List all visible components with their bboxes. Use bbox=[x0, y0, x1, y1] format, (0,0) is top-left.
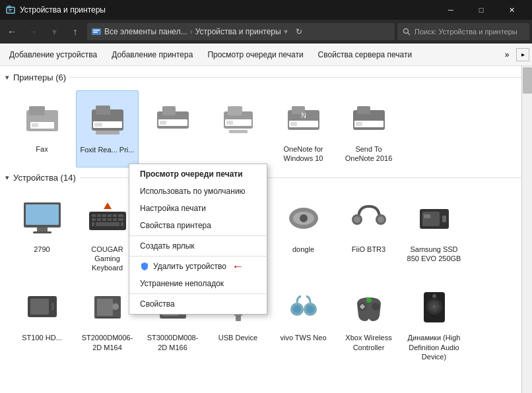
scrollbar-thumb[interactable] bbox=[523, 67, 532, 94]
main-content: ▾ Принтеры (6) Fax bbox=[0, 66, 532, 393]
device-sendonenote[interactable]: Send To OneNote 2016 bbox=[337, 90, 400, 167]
svg-rect-16 bbox=[94, 123, 102, 127]
ctx-create-shortcut[interactable]: Создать ярлык bbox=[129, 237, 267, 255]
svg-point-98 bbox=[293, 305, 301, 313]
breadcrumb: Все элементы панел... › Устройства и при… bbox=[104, 27, 288, 36]
devices-collapse-arrow[interactable]: ▾ bbox=[5, 173, 9, 182]
device-onenote[interactable]: N OneNote for Windows 10 bbox=[272, 90, 335, 167]
title-bar: Устройства и принтеры ─ □ ✕ bbox=[0, 0, 532, 20]
ctx-troubleshoot[interactable]: Устранение неполадок bbox=[129, 275, 267, 292]
ctx-set-default[interactable]: Использовать по умолчанию bbox=[129, 183, 267, 200]
device-vivo[interactable]: vivo TWS Neo bbox=[272, 279, 335, 365]
svg-rect-42 bbox=[97, 214, 101, 217]
svg-rect-81 bbox=[97, 299, 113, 316]
svg-rect-21 bbox=[160, 121, 166, 125]
device-xbox[interactable]: Xbox Wireless Controller bbox=[337, 279, 400, 365]
vivo-icon bbox=[280, 283, 327, 330]
xbox-icon bbox=[345, 283, 393, 330]
svg-rect-75 bbox=[442, 216, 446, 222]
window-icon bbox=[5, 5, 16, 15]
address-field[interactable]: Все элементы панел... › Устройства и при… bbox=[87, 23, 395, 40]
back-button[interactable]: ← bbox=[3, 22, 21, 41]
ctx-view-queue[interactable]: Просмотр очереди печати bbox=[129, 166, 267, 183]
view-queue-button[interactable]: Просмотр очереди печати bbox=[201, 45, 310, 64]
shield-icon bbox=[140, 262, 149, 271]
samsungssd-label: Samsung SSD 850 EVO 250GB bbox=[405, 245, 463, 264]
add-printer-button[interactable]: Добавление принтера bbox=[105, 45, 199, 64]
maximize-button[interactable]: □ bbox=[466, 0, 496, 20]
monitor-icon bbox=[18, 195, 66, 242]
svg-rect-46 bbox=[118, 214, 123, 217]
device-fax[interactable]: Fax bbox=[11, 90, 73, 167]
sendonenote-label: Send To OneNote 2016 bbox=[340, 144, 397, 164]
svg-rect-35 bbox=[356, 122, 362, 126]
svg-rect-49 bbox=[102, 218, 106, 221]
svg-point-106 bbox=[361, 307, 364, 309]
printers-grid: Fax Foxit Rea... Pri... bbox=[5, 88, 527, 170]
forward-button[interactable]: → bbox=[24, 22, 42, 41]
device-dongle[interactable]: dongle bbox=[272, 191, 335, 277]
svg-rect-87 bbox=[161, 317, 185, 318]
device-foxit[interactable]: Foxit Rea... Pri... bbox=[76, 90, 139, 167]
st100-icon bbox=[18, 283, 66, 330]
svg-rect-44 bbox=[108, 214, 112, 217]
printers-section-header: ▾ Принтеры (6) bbox=[5, 73, 527, 82]
scrollbar[interactable] bbox=[521, 66, 532, 393]
refresh-button[interactable]: ↻ bbox=[290, 23, 308, 40]
svg-rect-6 bbox=[93, 32, 98, 33]
svg-rect-12 bbox=[32, 123, 38, 127]
device-speaker[interactable]: Динамики (High Definition Audio Device) bbox=[403, 279, 465, 365]
minimize-button[interactable]: ─ bbox=[436, 0, 466, 20]
st100-label: ST100 HD... bbox=[22, 333, 62, 342]
printers-collapse-arrow[interactable]: ▾ bbox=[5, 73, 9, 82]
svg-rect-51 bbox=[113, 218, 117, 221]
svg-rect-83 bbox=[96, 317, 119, 318]
svg-rect-48 bbox=[97, 218, 101, 221]
svg-rect-43 bbox=[102, 214, 106, 217]
device-fiio[interactable]: FiiO BTR3 bbox=[337, 191, 400, 277]
close-button[interactable]: ✕ bbox=[496, 0, 527, 20]
speaker-label: Динамики (High Definition Audio Device) bbox=[405, 333, 463, 361]
foxit-icon bbox=[84, 95, 131, 142]
xbox-label: Xbox Wireless Controller bbox=[340, 333, 397, 352]
toolbar-extra-button[interactable]: ▸ bbox=[516, 48, 529, 61]
toolbar: Добавление устройства Добавление принтер… bbox=[0, 44, 532, 66]
svg-rect-78 bbox=[30, 299, 49, 315]
svg-rect-25 bbox=[226, 121, 233, 125]
server-props-button[interactable]: Свойства сервера печати bbox=[312, 45, 419, 64]
svg-text:N: N bbox=[301, 112, 306, 119]
more-button[interactable]: » bbox=[499, 45, 515, 64]
ctx-print-settings[interactable]: Настройка печати bbox=[129, 200, 267, 217]
svg-marker-56 bbox=[104, 202, 112, 209]
svg-point-71 bbox=[354, 216, 360, 223]
svg-rect-10 bbox=[29, 106, 45, 115]
svg-rect-38 bbox=[37, 227, 48, 231]
up-button[interactable]: ↑ bbox=[66, 22, 84, 41]
device-monitor[interactable]: 2790 bbox=[11, 191, 73, 277]
dongle-icon bbox=[280, 195, 327, 242]
svg-point-99 bbox=[306, 305, 314, 313]
ctx-printer-props[interactable]: Свойства принтера bbox=[129, 217, 267, 234]
svg-rect-55 bbox=[92, 222, 94, 226]
ctx-properties[interactable]: Свойства bbox=[129, 295, 267, 313]
svg-rect-2 bbox=[9, 9, 13, 10]
remove-arrow: ← bbox=[232, 260, 244, 274]
svg-rect-52 bbox=[118, 218, 123, 221]
search-box[interactable]: Поиск: Устройства и принтеры bbox=[397, 23, 529, 40]
keyboard-icon bbox=[84, 195, 131, 242]
svg-rect-39 bbox=[33, 231, 51, 233]
device-samsungssd[interactable]: Samsung SSD 850 EVO 250GB bbox=[403, 191, 465, 277]
device-printer1[interactable] bbox=[141, 90, 204, 167]
add-device-button[interactable]: Добавление устройства bbox=[3, 45, 104, 64]
dongle-label: dongle bbox=[292, 245, 314, 254]
dropdown-button[interactable]: ▾ bbox=[45, 22, 63, 41]
ctx-remove-device[interactable]: Удалить устройство ← bbox=[129, 258, 267, 275]
keyboard-label: COUGAR Gaming Keyboard bbox=[79, 245, 136, 273]
device-printer2[interactable] bbox=[207, 90, 269, 167]
svg-point-101 bbox=[372, 303, 380, 311]
printer2-icon bbox=[215, 94, 262, 142]
st2000-icon bbox=[84, 283, 131, 330]
address-bar: ← → ▾ ↑ Все элементы панел... › Устройст… bbox=[0, 20, 532, 44]
device-st100[interactable]: ST100 HD... bbox=[11, 279, 73, 365]
sendonenote-icon bbox=[345, 94, 393, 142]
